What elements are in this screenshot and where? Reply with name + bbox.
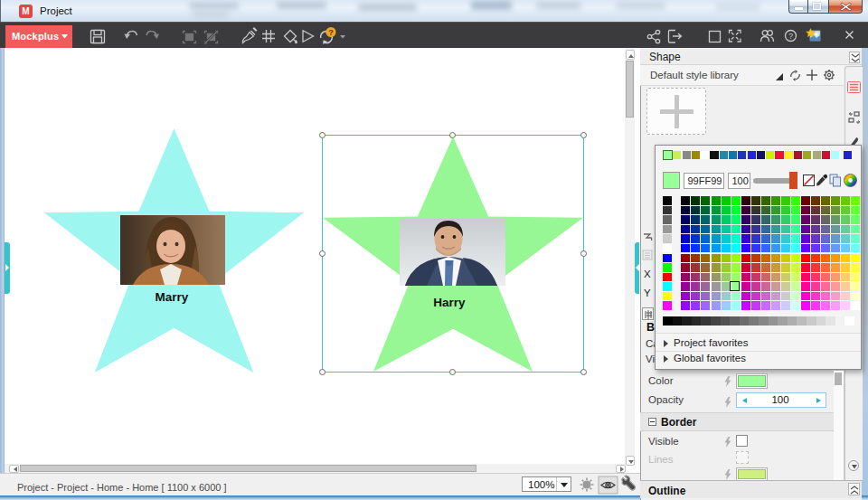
svg-text:?: ? [328,28,334,37]
svg-text:?: ? [788,32,793,41]
